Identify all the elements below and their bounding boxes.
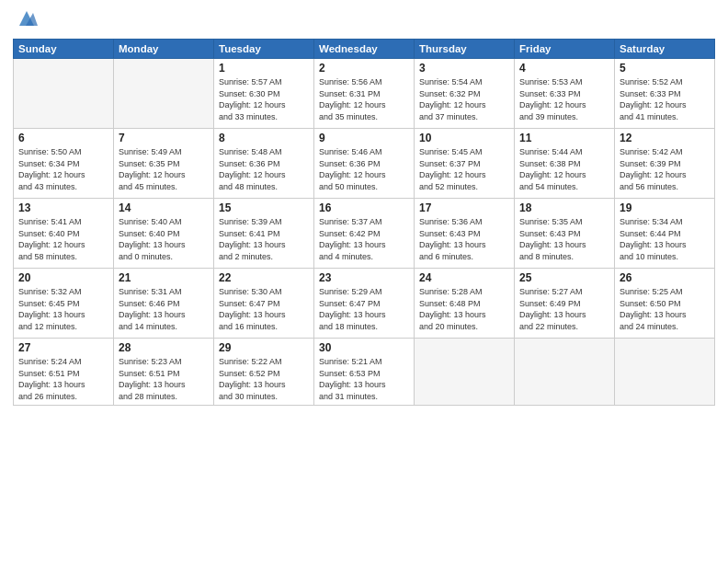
weekday-header-sunday: Sunday [14, 40, 114, 59]
day-number: 21 [119, 271, 209, 284]
day-info: Sunrise: 5:27 AM Sunset: 6:49 PM Dayligh… [519, 286, 609, 332]
day-info: Sunrise: 5:57 AM Sunset: 6:30 PM Dayligh… [219, 76, 309, 122]
day-number: 19 [620, 201, 710, 214]
calendar-cell: 12Sunrise: 5:42 AM Sunset: 6:39 PM Dayli… [615, 129, 715, 199]
week-row-4: 20Sunrise: 5:32 AM Sunset: 6:45 PM Dayli… [14, 269, 715, 339]
day-number: 4 [519, 62, 609, 75]
weekday-header-saturday: Saturday [615, 40, 715, 59]
calendar-cell: 16Sunrise: 5:37 AM Sunset: 6:42 PM Dayli… [314, 199, 415, 269]
weekday-header-tuesday: Tuesday [214, 40, 314, 59]
day-info: Sunrise: 5:32 AM Sunset: 6:45 PM Dayligh… [18, 286, 108, 332]
day-number: 18 [519, 201, 609, 214]
day-info: Sunrise: 5:21 AM Sunset: 6:53 PM Dayligh… [319, 356, 409, 402]
day-number: 2 [319, 62, 409, 75]
calendar-cell: 18Sunrise: 5:35 AM Sunset: 6:43 PM Dayli… [515, 199, 615, 269]
calendar-cell: 30Sunrise: 5:21 AM Sunset: 6:53 PM Dayli… [314, 339, 415, 406]
day-number: 13 [18, 201, 108, 214]
calendar-cell: 17Sunrise: 5:36 AM Sunset: 6:43 PM Dayli… [415, 199, 515, 269]
week-row-5: 27Sunrise: 5:24 AM Sunset: 6:51 PM Dayli… [14, 339, 715, 406]
day-number: 17 [419, 201, 509, 214]
calendar-cell: 9Sunrise: 5:46 AM Sunset: 6:36 PM Daylig… [314, 129, 415, 199]
day-info: Sunrise: 5:36 AM Sunset: 6:43 PM Dayligh… [419, 216, 509, 262]
calendar-cell: 10Sunrise: 5:45 AM Sunset: 6:37 PM Dayli… [415, 129, 515, 199]
day-number: 1 [219, 62, 309, 75]
calendar-cell: 20Sunrise: 5:32 AM Sunset: 6:45 PM Dayli… [14, 269, 114, 339]
day-info: Sunrise: 5:29 AM Sunset: 6:47 PM Dayligh… [319, 286, 409, 332]
day-info: Sunrise: 5:39 AM Sunset: 6:41 PM Dayligh… [219, 216, 309, 262]
calendar-cell [114, 59, 214, 129]
calendar-cell: 13Sunrise: 5:41 AM Sunset: 6:40 PM Dayli… [14, 199, 114, 269]
calendar-cell: 21Sunrise: 5:31 AM Sunset: 6:46 PM Dayli… [114, 269, 214, 339]
day-info: Sunrise: 5:42 AM Sunset: 6:39 PM Dayligh… [620, 146, 710, 192]
day-info: Sunrise: 5:53 AM Sunset: 6:33 PM Dayligh… [519, 76, 609, 122]
day-number: 5 [620, 62, 710, 75]
day-number: 28 [119, 341, 209, 354]
calendar-cell: 22Sunrise: 5:30 AM Sunset: 6:47 PM Dayli… [214, 269, 314, 339]
calendar-cell: 5Sunrise: 5:52 AM Sunset: 6:33 PM Daylig… [615, 59, 715, 129]
calendar: SundayMondayTuesdayWednesdayThursdayFrid… [13, 39, 715, 406]
day-number: 8 [219, 132, 309, 144]
day-number: 27 [18, 341, 108, 354]
calendar-cell: 15Sunrise: 5:39 AM Sunset: 6:41 PM Dayli… [214, 199, 314, 269]
day-number: 10 [419, 132, 509, 144]
day-number: 24 [419, 271, 509, 284]
day-number: 25 [519, 271, 609, 284]
day-info: Sunrise: 5:52 AM Sunset: 6:33 PM Dayligh… [620, 76, 710, 122]
day-info: Sunrise: 5:40 AM Sunset: 6:40 PM Dayligh… [119, 216, 209, 262]
day-number: 6 [18, 132, 108, 144]
day-number: 3 [419, 62, 509, 75]
calendar-cell: 27Sunrise: 5:24 AM Sunset: 6:51 PM Dayli… [14, 339, 114, 406]
day-number: 12 [620, 132, 710, 144]
weekday-header-wednesday: Wednesday [314, 40, 415, 59]
calendar-cell: 28Sunrise: 5:23 AM Sunset: 6:51 PM Dayli… [114, 339, 214, 406]
day-number: 26 [620, 271, 710, 284]
day-info: Sunrise: 5:49 AM Sunset: 6:35 PM Dayligh… [119, 146, 209, 192]
calendar-cell [515, 339, 615, 406]
calendar-cell: 19Sunrise: 5:34 AM Sunset: 6:44 PM Dayli… [615, 199, 715, 269]
calendar-cell [615, 339, 715, 406]
day-info: Sunrise: 5:31 AM Sunset: 6:46 PM Dayligh… [119, 286, 209, 332]
day-info: Sunrise: 5:54 AM Sunset: 6:32 PM Dayligh… [419, 76, 509, 122]
day-number: 14 [119, 201, 209, 214]
calendar-cell [14, 59, 114, 129]
day-info: Sunrise: 5:35 AM Sunset: 6:43 PM Dayligh… [519, 216, 609, 262]
day-info: Sunrise: 5:25 AM Sunset: 6:50 PM Dayligh… [620, 286, 710, 332]
calendar-cell: 2Sunrise: 5:56 AM Sunset: 6:31 PM Daylig… [314, 59, 415, 129]
day-info: Sunrise: 5:23 AM Sunset: 6:51 PM Dayligh… [119, 356, 209, 402]
logo-text [13, 9, 38, 31]
weekday-header-friday: Friday [515, 40, 615, 59]
day-number: 16 [319, 201, 409, 214]
week-row-3: 13Sunrise: 5:41 AM Sunset: 6:40 PM Dayli… [14, 199, 715, 269]
day-info: Sunrise: 5:30 AM Sunset: 6:47 PM Dayligh… [219, 286, 309, 332]
day-number: 15 [219, 201, 309, 214]
calendar-cell: 14Sunrise: 5:40 AM Sunset: 6:40 PM Dayli… [114, 199, 214, 269]
day-info: Sunrise: 5:45 AM Sunset: 6:37 PM Dayligh… [419, 146, 509, 192]
day-info: Sunrise: 5:50 AM Sunset: 6:34 PM Dayligh… [18, 146, 108, 192]
weekday-header-monday: Monday [114, 40, 214, 59]
calendar-cell: 29Sunrise: 5:22 AM Sunset: 6:52 PM Dayli… [214, 339, 314, 406]
day-number: 30 [319, 341, 409, 354]
header [13, 9, 715, 31]
calendar-cell: 11Sunrise: 5:44 AM Sunset: 6:38 PM Dayli… [515, 129, 615, 199]
day-info: Sunrise: 5:34 AM Sunset: 6:44 PM Dayligh… [620, 216, 710, 262]
day-info: Sunrise: 5:46 AM Sunset: 6:36 PM Dayligh… [319, 146, 409, 192]
day-info: Sunrise: 5:44 AM Sunset: 6:38 PM Dayligh… [519, 146, 609, 192]
day-number: 9 [319, 132, 409, 144]
day-number: 23 [319, 271, 409, 284]
calendar-cell: 24Sunrise: 5:28 AM Sunset: 6:48 PM Dayli… [415, 269, 515, 339]
week-row-2: 6Sunrise: 5:50 AM Sunset: 6:34 PM Daylig… [14, 129, 715, 199]
weekday-header-row: SundayMondayTuesdayWednesdayThursdayFrid… [14, 40, 715, 59]
calendar-cell: 25Sunrise: 5:27 AM Sunset: 6:49 PM Dayli… [515, 269, 615, 339]
day-info: Sunrise: 5:28 AM Sunset: 6:48 PM Dayligh… [419, 286, 509, 332]
calendar-cell: 1Sunrise: 5:57 AM Sunset: 6:30 PM Daylig… [214, 59, 314, 129]
day-number: 29 [219, 341, 309, 354]
day-number: 20 [18, 271, 108, 284]
calendar-cell: 7Sunrise: 5:49 AM Sunset: 6:35 PM Daylig… [114, 129, 214, 199]
calendar-cell [415, 339, 515, 406]
calendar-cell: 6Sunrise: 5:50 AM Sunset: 6:34 PM Daylig… [14, 129, 114, 199]
day-info: Sunrise: 5:24 AM Sunset: 6:51 PM Dayligh… [18, 356, 108, 402]
day-info: Sunrise: 5:48 AM Sunset: 6:36 PM Dayligh… [219, 146, 309, 192]
calendar-cell: 23Sunrise: 5:29 AM Sunset: 6:47 PM Dayli… [314, 269, 415, 339]
day-number: 7 [119, 132, 209, 144]
week-row-1: 1Sunrise: 5:57 AM Sunset: 6:30 PM Daylig… [14, 59, 715, 129]
